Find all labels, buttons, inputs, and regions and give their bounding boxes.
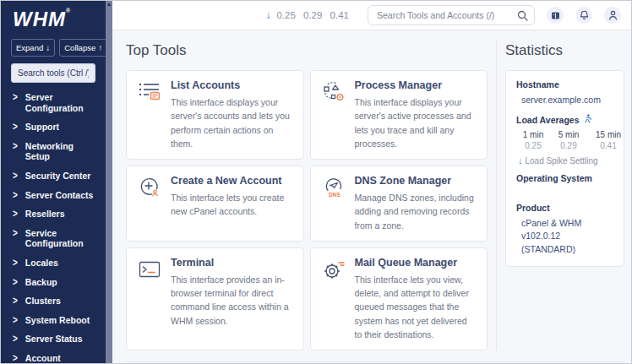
- main-content: Top Tools List Accounts This interface d…: [112, 30, 631, 363]
- sidebar: WHM® Expand↓ Collapse↑ >Server Configura…: [1, 1, 112, 363]
- sidebar-item-networking-setup[interactable]: >Networking Setup: [1, 137, 106, 166]
- sidebar-search-input[interactable]: [11, 63, 95, 83]
- sidebar-item-system-reboot[interactable]: >System Reboot: [1, 311, 106, 330]
- top-tools-heading: Top Tools: [126, 42, 488, 59]
- chevron-right-icon: >: [13, 170, 18, 182]
- card-description: Manage DNS zones, including adding and r…: [355, 191, 477, 232]
- load-col-1min: 1 min: [519, 130, 548, 139]
- top-bar: ↓ 0.25 0.29 0.41: [112, 1, 631, 30]
- collapse-all-button[interactable]: Collapse↑: [59, 39, 107, 57]
- product-label: Product: [516, 203, 613, 213]
- statistics-panel: Statistics Hostname server.example.com L…: [496, 41, 624, 350]
- process-manager-icon: [321, 79, 346, 105]
- scrollbar-up-arrow-icon[interactable]: ▲: [106, 1, 112, 8]
- hostname-label: Hostname: [516, 79, 613, 90]
- card-dns-zone-manager[interactable]: DNS DNS Zone Manager Manage DNS zones, i…: [310, 166, 488, 242]
- expand-all-button[interactable]: Expand↓: [11, 39, 55, 57]
- global-search-input[interactable]: [368, 5, 535, 25]
- load-activity-icon[interactable]: [584, 114, 591, 125]
- registered-mark: ®: [66, 8, 71, 14]
- sidebar-item-account-information[interactable]: >Account Information: [1, 349, 106, 363]
- chevron-right-icon: >: [13, 91, 18, 103]
- card-description: This interface lets you create new cPane…: [171, 191, 293, 219]
- sidebar-item-support[interactable]: >Support: [1, 117, 106, 137]
- whm-logo: WHM®: [1, 1, 106, 31]
- search-icon: [517, 9, 528, 24]
- chevron-right-icon: >: [13, 314, 18, 326]
- chevron-right-icon: >: [13, 227, 18, 239]
- chevron-right-icon: >: [13, 121, 18, 133]
- dns-zone-icon: DNS: [321, 175, 346, 200]
- chevron-right-icon: >: [13, 275, 18, 287]
- sidebar-item-server-configuration[interactable]: >Server Configuration: [1, 88, 106, 117]
- card-description: This interface displays your server's ac…: [171, 95, 293, 150]
- card-description: This interface provides an in-browser te…: [171, 273, 293, 328]
- svg-text:DNS: DNS: [329, 192, 341, 198]
- apps-icon[interactable]: [547, 7, 564, 24]
- terminal-icon: [137, 257, 162, 282]
- sidebar-item-security-center[interactable]: >Security Center: [1, 166, 106, 186]
- card-list-accounts[interactable]: List Accounts This interface displays yo…: [126, 70, 304, 160]
- chevron-right-icon: >: [13, 140, 18, 152]
- chevron-right-icon: >: [13, 188, 18, 200]
- arrow-down-icon: ↓: [46, 43, 50, 52]
- card-title: Process Manager: [355, 79, 477, 91]
- sidebar-item-clusters[interactable]: >Clusters: [1, 291, 106, 311]
- load-value-1min: 0.25: [519, 141, 548, 150]
- sidebar-item-server-status[interactable]: >Server Status: [1, 329, 106, 349]
- sidebar-item-locales[interactable]: >Locales: [1, 253, 106, 273]
- card-title: List Accounts: [171, 79, 293, 91]
- card-description: This interface lets you view, delete, an…: [355, 273, 477, 341]
- card-title: Create a New Account: [171, 175, 293, 187]
- load-averages-label: Load Averages: [516, 115, 580, 125]
- card-title: Terminal: [171, 257, 293, 269]
- chevron-right-icon: >: [13, 295, 18, 307]
- statistics-card: Hostname server.example.com Load Average…: [505, 70, 624, 267]
- load-spike-down-icon: ↓: [518, 155, 523, 166]
- card-title: DNS Zone Manager: [355, 175, 477, 187]
- create-account-icon: [137, 175, 162, 200]
- section-divider: [126, 361, 624, 362]
- whm-window: WHM® Expand↓ Collapse↑ >Server Configura…: [0, 0, 632, 364]
- sidebar-item-service-configuration[interactable]: >Service Configuration: [1, 224, 106, 253]
- arrow-up-icon: ↑: [98, 43, 102, 52]
- load-average-values: 0.25 0.29 0.41: [276, 10, 349, 20]
- card-terminal[interactable]: Terminal This interface provides an in-b…: [126, 247, 304, 350]
- user-profile-icon[interactable]: [604, 7, 621, 24]
- chevron-right-icon: >: [13, 208, 18, 220]
- product-value[interactable]: cPanel & WHM v102.0.12 (STANDARD): [521, 217, 613, 256]
- list-accounts-icon: [137, 79, 162, 105]
- operating-system-label: Operating System: [516, 173, 613, 183]
- card-process-manager[interactable]: Process Manager This interface displays …: [310, 70, 488, 160]
- statistics-heading: Statistics: [505, 42, 624, 59]
- card-mail-queue-manager[interactable]: Mail Queue Manager This interface lets y…: [310, 247, 488, 350]
- sidebar-nav: >Server Configuration >Support >Networki…: [1, 88, 106, 363]
- card-description: This interface displays your server's ac…: [355, 95, 477, 150]
- sidebar-item-resellers[interactable]: >Resellers: [1, 204, 106, 224]
- card-create-new-account[interactable]: Create a New Account This interface lets…: [126, 166, 304, 242]
- mail-queue-icon: [321, 257, 346, 282]
- load-value-15min: 0.41: [590, 141, 627, 150]
- notifications-bell-icon[interactable]: [575, 7, 592, 24]
- chevron-right-icon: >: [13, 257, 18, 269]
- hostname-value[interactable]: server.example.com: [521, 94, 613, 106]
- load-average-indicator[interactable]: ↓ 0.25 0.29 0.41: [265, 9, 349, 21]
- card-title: Mail Queue Manager: [355, 257, 477, 269]
- chevron-right-icon: >: [13, 333, 18, 345]
- load-trend-down-icon: ↓: [265, 9, 270, 21]
- chevron-right-icon: >: [13, 352, 18, 363]
- top-tools-grid: List Accounts This interface displays yo…: [126, 70, 488, 350]
- load-col-15min: 15 min: [590, 130, 627, 139]
- sidebar-scrollbar[interactable]: ▲: [106, 1, 112, 363]
- load-averages-table: 1 min 5 min 15 min 0.25 0.29 0.41: [519, 130, 613, 150]
- sidebar-item-backup[interactable]: >Backup: [1, 273, 106, 292]
- sidebar-item-server-contacts[interactable]: >Server Contacts: [1, 186, 106, 205]
- load-col-5min: 5 min: [553, 130, 585, 139]
- load-value-5min: 0.29: [553, 141, 585, 150]
- load-spike-status: ↓ Load Spike Settling: [518, 155, 613, 166]
